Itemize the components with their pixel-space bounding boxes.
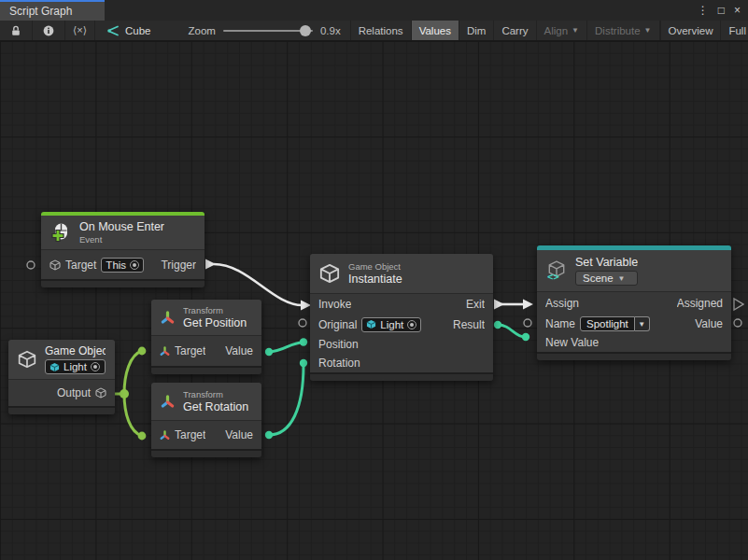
- original-object-value: Light: [380, 319, 403, 330]
- node-title: Get Rotation: [183, 400, 248, 413]
- trigger-port-label: Trigger: [161, 259, 196, 272]
- cube-icon: [49, 259, 61, 271]
- breadcrumb[interactable]: Cube: [95, 21, 162, 40]
- distribute-button[interactable]: Distribute▼: [587, 21, 660, 40]
- graph-toolbar: ⟨×⟩ Cube Zoom 0.9x Relations Values Dim …: [0, 21, 748, 41]
- zoom-slider[interactable]: [223, 30, 313, 32]
- node-on-mouse-enter[interactable]: On Mouse Enter Event Target This Trigger: [41, 212, 205, 287]
- wire-getposition-to-position: [265, 338, 307, 356]
- wire-exit-to-assign: [494, 300, 533, 310]
- carry-button[interactable]: Carry: [494, 21, 536, 40]
- chevron-down-icon: ▼: [635, 316, 650, 331]
- chevron-down-icon: ▼: [572, 26, 579, 35]
- align-label: Align: [544, 25, 569, 36]
- lock-button[interactable]: [0, 21, 33, 40]
- original-port-label: Original: [318, 318, 357, 331]
- kebab-menu-icon[interactable]: ⋮: [698, 5, 709, 16]
- node-title: Instantiate: [348, 273, 402, 286]
- values-button[interactable]: Values: [412, 21, 459, 40]
- rotation-port-label: Rotation: [318, 357, 360, 370]
- name-port-label: Name: [545, 317, 575, 330]
- graph-icon: [106, 24, 120, 37]
- target-port-label: Target: [175, 428, 205, 441]
- script-graph-window: Script Graph ⋮ □ × ⟨×⟩ Cube Zoom 0.9x Re…: [0, 0, 748, 560]
- port-setvariable-value: [734, 319, 741, 327]
- dim-label: Dim: [467, 25, 486, 36]
- tab-script-graph[interactable]: Script Graph: [0, 0, 105, 21]
- node-title: Get Position: [183, 316, 247, 329]
- variable-scope-dropdown[interactable]: Scene ▼: [575, 271, 638, 286]
- overview-button[interactable]: Overview: [660, 21, 722, 40]
- assigned-port-label: Assigned: [677, 297, 723, 310]
- variable-scope-value: Scene: [583, 273, 614, 284]
- object-picker-icon[interactable]: [130, 260, 139, 270]
- node-footer: [41, 279, 205, 287]
- unity-object-icon: [366, 319, 376, 329]
- output-port-label: Output: [57, 386, 91, 399]
- edit-graph-button[interactable]: ⟨×⟩: [65, 21, 95, 40]
- node-category: Transform: [183, 305, 247, 315]
- position-port-label: Position: [318, 338, 359, 351]
- titlebar-spacer: [105, 0, 698, 21]
- node-footer: [310, 372, 493, 381]
- node-set-variable[interactable]: Set Variable Scene ▼ Assign Assigned Nam…: [537, 245, 731, 360]
- graph-canvas[interactable]: On Mouse Enter Event Target This Trigger: [0, 41, 748, 560]
- variable-name-dropdown[interactable]: Spotlight ▼: [580, 316, 650, 331]
- result-port-label: Result: [453, 318, 485, 331]
- transform-icon: [160, 430, 170, 441]
- chevron-down-icon: ▼: [618, 274, 626, 283]
- node-get-position[interactable]: Transform Get Position Target Value: [151, 300, 261, 374]
- maximize-icon[interactable]: □: [718, 5, 725, 16]
- light-object-field[interactable]: Light: [45, 359, 106, 374]
- transform-icon: [161, 395, 175, 409]
- node-instantiate[interactable]: Game Object Instantiate Invoke Exit Orig…: [310, 254, 493, 381]
- original-object-field[interactable]: Light: [361, 317, 421, 332]
- object-picker-icon[interactable]: [91, 362, 100, 371]
- value-port-label: Value: [225, 428, 253, 441]
- wire-light-output-branch: [115, 347, 146, 441]
- values-label: Values: [419, 25, 451, 36]
- code-icon: ⟨×⟩: [73, 24, 87, 36]
- target-port-label: Target: [65, 259, 96, 272]
- cube-icon: [18, 350, 36, 369]
- distribute-label: Distribute: [595, 25, 641, 36]
- node-category: Transform: [183, 389, 248, 399]
- zoom-control: Zoom 0.9x: [179, 21, 350, 40]
- light-object-value: Light: [64, 361, 87, 372]
- port-instantiate-original: [299, 319, 306, 327]
- node-subtitle: Event: [79, 234, 164, 245]
- port-setvariable-assigned: [734, 299, 743, 310]
- wire-getrotation-to-rotation: [265, 359, 307, 439]
- invoke-port-label: Invoke: [318, 298, 351, 311]
- node-footer: [151, 366, 261, 374]
- node-game-object-light[interactable]: Game Object Light Output: [8, 340, 115, 414]
- target-object-field[interactable]: This: [101, 258, 144, 273]
- port-setvariable-name: [524, 319, 531, 327]
- zoom-label: Zoom: [189, 25, 216, 36]
- exit-port-label: Exit: [466, 298, 485, 311]
- cube-icon: [319, 263, 340, 284]
- fullscreen-button[interactable]: Full Screen: [721, 21, 748, 40]
- node-get-rotation[interactable]: Transform Get Rotation Target Value: [151, 383, 261, 457]
- node-category: Game Object: [348, 261, 402, 272]
- node-title: On Mouse Enter: [79, 220, 164, 233]
- node-footer: [8, 406, 115, 414]
- object-picker-icon[interactable]: [407, 320, 416, 329]
- align-button[interactable]: Align▼: [537, 21, 588, 40]
- assign-port-label: Assign: [545, 297, 579, 310]
- close-icon[interactable]: ×: [734, 5, 741, 16]
- port-onmouseenter-target: [27, 261, 35, 269]
- info-button[interactable]: [33, 21, 65, 40]
- zoom-slider-knob[interactable]: [300, 25, 311, 36]
- carry-label: Carry: [501, 25, 528, 36]
- unity-object-icon: [49, 362, 60, 372]
- dim-button[interactable]: Dim: [459, 21, 494, 40]
- breadcrumb-graph-name: Cube: [125, 25, 151, 36]
- relations-label: Relations: [359, 25, 403, 36]
- lock-icon: [10, 25, 21, 36]
- relations-button[interactable]: Relations: [351, 21, 412, 40]
- value-port-label: Value: [695, 317, 723, 330]
- window-controls: ⋮ □ ×: [698, 0, 748, 21]
- set-variable-icon: [546, 260, 567, 281]
- new-value-port-label: New Value: [545, 336, 599, 349]
